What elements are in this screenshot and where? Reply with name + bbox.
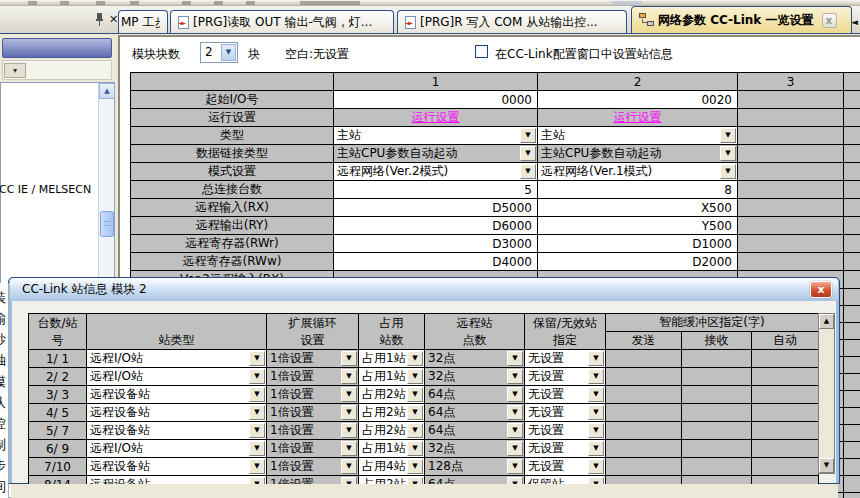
dropdown-arrow-icon[interactable]: ▼ — [341, 405, 357, 420]
dropdown-arrow-icon[interactable]: ▼ — [249, 369, 265, 384]
dropdown-arrow-icon[interactable]: ▼ — [507, 423, 523, 438]
receive-buffer-cell[interactable] — [682, 368, 752, 386]
dropdown-arrow-icon[interactable]: ▼ — [221, 44, 236, 61]
reserve-invalid-combo[interactable]: 无设置▼ — [525, 404, 606, 422]
remote-points-combo[interactable]: 32点▼ — [425, 440, 525, 458]
expanded-cyclic-combo[interactable]: 1倍设置▼ — [267, 386, 359, 404]
reserve-invalid-combo[interactable]: 无设置▼ — [525, 368, 606, 386]
param-value-cell[interactable]: Y500 — [538, 217, 738, 235]
auto-buffer-cell[interactable] — [752, 404, 819, 422]
dropdown-arrow-icon[interactable]: ▼ — [507, 351, 523, 366]
auto-buffer-cell[interactable] — [752, 422, 819, 440]
dropdown-arrow-icon[interactable]: ▼ — [341, 351, 357, 366]
param-value-cell[interactable]: D2000 — [538, 253, 738, 271]
dropdown-arrow-icon[interactable]: ▼ — [407, 459, 423, 474]
dropdown-arrow-icon[interactable]: ▼ — [507, 369, 523, 384]
tab-scroll-left-icon[interactable]: ◄ — [851, 17, 858, 27]
dropdown-arrow-icon[interactable]: ▼ — [507, 459, 523, 474]
param-combo[interactable]: 主站CPU参数自动起动▼ — [538, 145, 738, 163]
dropdown-arrow-icon[interactable]: ▼ — [720, 164, 736, 179]
remote-points-combo[interactable]: 64点▼ — [425, 404, 525, 422]
auto-buffer-cell[interactable] — [752, 350, 819, 368]
expanded-cyclic-combo[interactable]: 1倍设置▼ — [267, 422, 359, 440]
dropdown-arrow-icon[interactable]: ▼ — [588, 459, 604, 474]
dropdown-arrow-icon[interactable]: ▼ — [341, 369, 357, 384]
scroll-down-icon[interactable]: ▼ — [819, 458, 834, 473]
param-value-cell[interactable]: D3000 — [334, 235, 538, 253]
tab-close-icon[interactable]: x — [822, 13, 837, 28]
receive-buffer-cell[interactable] — [682, 440, 752, 458]
dropdown-arrow-icon[interactable]: ▼ — [520, 164, 536, 179]
remote-points-combo[interactable]: 64点▼ — [425, 422, 525, 440]
station-type-combo[interactable]: 远程I/O站▼ — [87, 440, 267, 458]
expanded-cyclic-combo[interactable]: 1倍设置▼ — [267, 350, 359, 368]
expanded-cyclic-combo[interactable]: 1倍设置▼ — [267, 404, 359, 422]
auto-buffer-cell[interactable] — [752, 440, 819, 458]
station-type-combo[interactable]: 远程设备站▼ — [87, 458, 267, 476]
scrollbar-thumb[interactable] — [100, 211, 114, 237]
occupied-stations-combo[interactable]: 占用4站▼ — [359, 458, 425, 476]
panel-close-icon[interactable]: ✕ — [109, 13, 118, 26]
param-combo[interactable]: 主站▼ — [334, 127, 538, 145]
operation-settings-link[interactable]: 运行设置 — [538, 109, 738, 127]
dropdown-arrow-icon[interactable]: ▼ — [407, 405, 423, 420]
expanded-cyclic-combo[interactable]: 1倍设置▼ — [267, 440, 359, 458]
station-type-combo[interactable]: 远程设备站▼ — [87, 386, 267, 404]
dropdown-arrow-icon[interactable]: ▼ — [520, 146, 536, 161]
dropdown-arrow-icon[interactable]: ▼ — [507, 387, 523, 402]
reserve-invalid-combo[interactable]: 无设置▼ — [525, 440, 606, 458]
reserve-invalid-combo[interactable]: 无设置▼ — [525, 350, 606, 368]
param-value-cell[interactable]: D5000 — [334, 199, 538, 217]
param-combo[interactable]: 主站▼ — [538, 127, 738, 145]
reserve-invalid-combo[interactable]: 无设置▼ — [525, 422, 606, 440]
param-value-cell[interactable]: D6000 — [334, 217, 538, 235]
receive-buffer-cell[interactable] — [682, 458, 752, 476]
dropdown-arrow-icon[interactable]: ▼ — [407, 423, 423, 438]
dropdown-arrow-icon[interactable]: ▼ — [588, 441, 604, 456]
occupied-stations-combo[interactable]: 占用1站▼ — [359, 368, 425, 386]
auto-buffer-cell[interactable] — [752, 458, 819, 476]
station-type-combo[interactable]: 远程设备站▼ — [87, 404, 267, 422]
expanded-cyclic-combo[interactable]: 1倍设置▼ — [267, 458, 359, 476]
send-buffer-cell[interactable] — [606, 422, 682, 440]
module-count-combo[interactable]: 2 ▼ — [200, 42, 238, 63]
dropdown-arrow-icon[interactable]: ▼ — [341, 459, 357, 474]
param-combo[interactable]: 远程网络(Ver.1模式)▼ — [538, 163, 738, 181]
dropdown-arrow-icon[interactable]: ▼ — [507, 405, 523, 420]
dropdown-arrow-icon[interactable]: ▼ — [341, 423, 357, 438]
dropdown-arrow-icon[interactable]: ▼ — [520, 128, 536, 143]
station-type-combo[interactable]: 远程I/O站▼ — [87, 350, 267, 368]
param-value-cell[interactable]: D1000 — [538, 235, 738, 253]
cclink-config-checkbox[interactable] — [475, 45, 488, 58]
param-value-cell[interactable]: 8 — [538, 181, 738, 199]
panel-tool-button[interactable]: ▾ — [4, 63, 26, 78]
dropdown-arrow-icon[interactable]: ▼ — [507, 441, 523, 456]
param-value-cell[interactable]: 0000 — [334, 91, 538, 109]
remote-points-combo[interactable]: 32点▼ — [425, 368, 525, 386]
send-buffer-cell[interactable] — [606, 404, 682, 422]
param-combo[interactable]: 远程网络(Ver.2模式)▼ — [334, 163, 538, 181]
auto-buffer-cell[interactable] — [752, 368, 819, 386]
station-type-combo[interactable]: 远程I/O站▼ — [87, 368, 267, 386]
scroll-up-icon[interactable]: ▲ — [819, 314, 834, 329]
dropdown-arrow-icon[interactable]: ▼ — [341, 387, 357, 402]
dropdown-arrow-icon[interactable]: ▼ — [249, 441, 265, 456]
dropdown-arrow-icon[interactable]: ▼ — [249, 351, 265, 366]
remote-points-combo[interactable]: 128点▼ — [425, 458, 525, 476]
remote-points-combo[interactable]: 32点▼ — [425, 350, 525, 368]
occupied-stations-combo[interactable]: 占用1站▼ — [359, 440, 425, 458]
occupied-stations-combo[interactable]: 占用2站▼ — [359, 386, 425, 404]
send-buffer-cell[interactable] — [606, 350, 682, 368]
dropdown-arrow-icon[interactable]: ▼ — [407, 369, 423, 384]
dropdown-arrow-icon[interactable]: ▼ — [720, 146, 736, 161]
dropdown-arrow-icon[interactable]: ▼ — [249, 459, 265, 474]
occupied-stations-combo[interactable]: 占用1站▼ — [359, 350, 425, 368]
tab-mp-steps[interactable]: MP 工步,... — [118, 10, 168, 33]
expanded-cyclic-combo[interactable]: 1倍设置▼ — [267, 368, 359, 386]
operation-settings-link[interactable]: 运行设置 — [334, 109, 538, 127]
param-value-cell[interactable]: 0020 — [538, 91, 738, 109]
dialog-title-bar[interactable]: CC-Link 站信息 模块 2 x — [10, 278, 838, 301]
station-table-scrollbar[interactable]: ▲ ▼ — [818, 313, 835, 474]
tree-item-cc-ie-melsecnet[interactable]: CC IE / MELSECN — [0, 183, 91, 196]
auto-buffer-cell[interactable] — [752, 386, 819, 404]
